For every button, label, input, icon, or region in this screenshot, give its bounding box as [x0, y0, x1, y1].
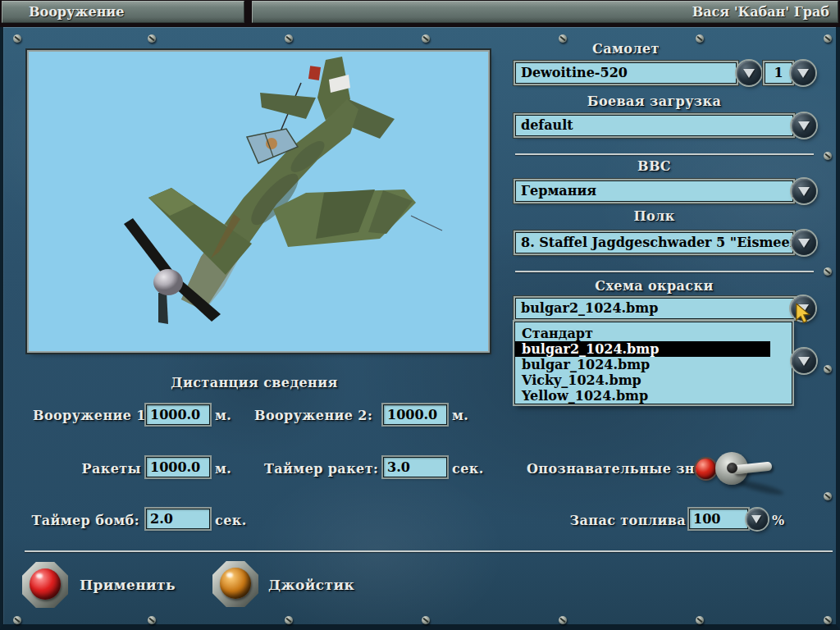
rivet-icon	[285, 616, 293, 624]
fuel-dropdown-button[interactable]	[746, 509, 768, 530]
rocket-timer-unit: сек.	[452, 461, 484, 477]
loadout-label: Боевая загрузка	[515, 94, 793, 109]
aircraft-preview	[29, 52, 488, 351]
chevron-down-icon	[798, 357, 810, 366]
rivet-icon	[824, 152, 832, 160]
rocket-timer-input[interactable]	[383, 457, 447, 477]
paint-scheme-scroll-button[interactable]	[792, 349, 816, 373]
rivet-icon	[285, 34, 293, 43]
regiment-combobox[interactable]: 8. Staffel Jagdgeschwader 5 "Eismeer"	[515, 232, 793, 253]
separator	[515, 153, 814, 155]
rockets-input[interactable]	[146, 457, 210, 477]
rivet-icon	[559, 616, 567, 624]
chevron-down-icon	[797, 69, 809, 78]
paint-scheme-label: Схема окраски	[515, 278, 793, 294]
weapon2-input[interactable]	[383, 404, 447, 425]
weapon2-unit: м.	[452, 408, 468, 423]
markings-indicator-light	[696, 459, 716, 479]
rivet-icon	[824, 267, 832, 276]
weapon1-label: Вооружение 1:	[33, 408, 144, 423]
loadout-dropdown-button[interactable]	[792, 113, 816, 138]
paint-scheme-option[interactable]: Стандарт	[515, 326, 792, 341]
paint-scheme-combobox[interactable]: bulgar2_1024.bmp	[515, 298, 795, 319]
separator	[515, 271, 814, 272]
mouse-cursor-icon	[794, 304, 812, 323]
fuel-label: Запас топлива	[566, 513, 686, 528]
rivet-icon	[148, 34, 156, 43]
convergence-title: Дистанция сведения	[90, 375, 418, 390]
joystick-button-label: Джойстик	[268, 577, 354, 593]
toggle-pivot-icon	[727, 463, 737, 473]
chevron-down-icon	[798, 239, 810, 248]
amber-button-icon	[220, 568, 251, 599]
aircraft-count-field[interactable]: 1	[765, 62, 792, 84]
markings-label: Опознавательные знаки:	[527, 461, 687, 477]
rivet-icon	[13, 616, 21, 624]
apply-button-label: Применить	[80, 577, 176, 593]
separator	[25, 550, 833, 552]
rivet-icon	[13, 34, 21, 43]
rockets-unit: м.	[215, 461, 231, 477]
tab-armament[interactable]: Вооружение	[2, 1, 244, 23]
rivet-icon	[422, 34, 430, 43]
rockets-label: Ракеты	[49, 461, 141, 477]
fuel-unit: %	[772, 513, 785, 528]
paint-scheme-option[interactable]: Vicky_1024.bmp	[515, 372, 792, 388]
chevron-down-icon	[798, 187, 810, 196]
regiment-label: Полк	[515, 208, 793, 224]
rivet-icon	[148, 616, 156, 624]
aircraft-count-dropdown-button[interactable]	[791, 61, 815, 85]
airforce-label: ВВС	[515, 158, 793, 174]
rivet-icon	[824, 492, 832, 500]
aircraft-render	[29, 52, 488, 351]
airforce-dropdown-button[interactable]	[792, 179, 816, 203]
aircraft-dropdown-button[interactable]	[737, 61, 761, 85]
loadout-combobox[interactable]: default	[515, 115, 793, 136]
chevron-down-icon	[798, 121, 810, 130]
armament-screen: Вооружение Вася 'Кабан' Граб	[0, 0, 840, 630]
rivet-icon	[824, 365, 832, 373]
chevron-down-icon	[751, 515, 761, 523]
rivet-icon	[824, 616, 832, 624]
joystick-button[interactable]	[212, 561, 258, 607]
airforce-combobox[interactable]: Германия	[515, 180, 793, 202]
paint-scheme-option[interactable]: bulgar_1024.bmp	[515, 357, 792, 372]
title-bar: Вооружение Вася 'Кабан' Граб	[0, 0, 840, 27]
pilot-name: Вася 'Кабан' Граб	[252, 1, 838, 23]
bomb-timer-input[interactable]	[146, 509, 210, 529]
weapon1-unit: м.	[215, 408, 231, 423]
bomb-timer-unit: сек.	[215, 513, 247, 528]
chevron-down-icon	[743, 69, 755, 78]
rocket-timer-label: Таймер ракет:	[264, 461, 375, 477]
rivet-icon	[696, 616, 704, 624]
aircraft-combobox[interactable]: Dewoitine-520	[515, 62, 737, 84]
red-button-icon	[30, 568, 61, 600]
fuel-input[interactable]	[689, 509, 748, 529]
rivet-icon	[422, 616, 430, 624]
aircraft-label: Самолет	[515, 41, 737, 57]
weapon2-label: Вооружение 2:	[254, 408, 365, 423]
rivet-icon	[824, 34, 832, 43]
paint-scheme-option[interactable]: bulgar2_1024.bmp	[515, 341, 770, 357]
bomb-timer-label: Таймер бомб:	[29, 513, 139, 528]
regiment-dropdown-button[interactable]	[792, 231, 816, 255]
weapon1-input[interactable]	[146, 404, 210, 425]
apply-button[interactable]	[22, 562, 68, 608]
paint-scheme-listbox[interactable]: Стандартbulgar2_1024.bmpbulgar_1024.bmpV…	[514, 322, 792, 404]
paint-scheme-option[interactable]: Yellow_1024.bmp	[515, 388, 792, 404]
